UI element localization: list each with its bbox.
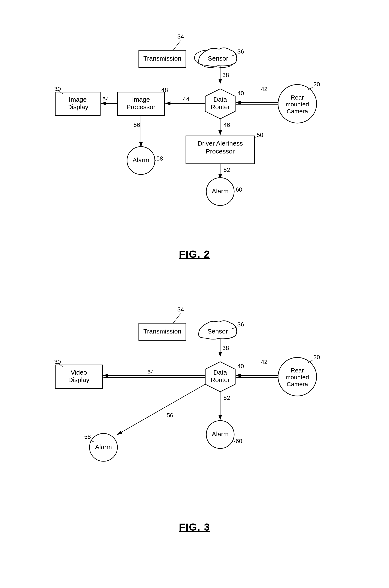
svg-line-24 <box>255 137 256 138</box>
page: 34 Transmission Se <box>0 0 389 588</box>
sensor-cloud-fig3: Sensor <box>199 321 236 339</box>
image-display-text2-fig2: Display <box>67 103 88 111</box>
fig2-label: FIG. 2 <box>179 248 210 260</box>
label-40-fig3: 40 <box>237 363 244 369</box>
rear-camera-text1-fig3: Rear <box>291 367 304 374</box>
label-34-fig2: 34 <box>177 33 184 40</box>
label-56-fig2: 56 <box>133 121 140 128</box>
label-58-fig2: 58 <box>156 155 163 162</box>
transmission-text-fig3: Transmission <box>143 328 181 335</box>
label-58-fig3: 58 <box>84 434 91 440</box>
label-36-fig3: 36 <box>237 321 244 328</box>
label-46-fig2: 46 <box>224 121 230 128</box>
label-48-fig2: 48 <box>161 87 168 93</box>
label-44-fig2: 44 <box>183 96 189 103</box>
label-36-fig2: 36 <box>237 48 244 55</box>
sensor-text-fig2: Sensor <box>208 55 228 62</box>
fig2-diagram: 34 Transmission Se <box>45 13 344 248</box>
image-display-text1-fig2: Image <box>69 96 87 103</box>
rear-camera-text2-fig2: mounted <box>286 101 309 108</box>
label-60-fig3: 60 <box>236 438 242 444</box>
fig3-diagram: 34 Transmission Sensor 36 38 Data Router… <box>45 286 344 521</box>
rear-camera-text2-fig3: mounted <box>286 374 309 381</box>
transmission-text-fig2: Transmission <box>143 55 181 62</box>
label-52-fig2: 52 <box>224 167 230 173</box>
label-42-fig2: 42 <box>261 86 267 92</box>
svg-line-26 <box>234 191 235 192</box>
svg-line-41 <box>117 384 205 435</box>
rear-camera-text3-fig3: Camera <box>287 381 308 387</box>
driver-alertness-text1-fig2: Driver Alertness <box>197 140 243 147</box>
alarm1-text-fig2: Alarm <box>132 156 149 164</box>
label-38-fig2: 38 <box>222 72 229 78</box>
label-40-fig2: 40 <box>237 90 244 96</box>
label-54-fig3: 54 <box>147 369 154 376</box>
data-router-text1-fig2: Data <box>213 96 227 103</box>
label-34-fig3: 34 <box>177 306 184 313</box>
image-processor-text1-fig2: Image <box>132 96 150 103</box>
label-30-fig2: 30 <box>54 86 61 92</box>
video-display-text1-fig3: Video <box>71 369 87 376</box>
driver-alertness-text2-fig2: Processor <box>206 148 234 155</box>
label-50-fig2: 50 <box>257 132 263 138</box>
label-20-fig2: 20 <box>313 81 320 88</box>
svg-line-40 <box>234 441 235 442</box>
label-60-fig2: 60 <box>236 186 242 193</box>
fig3-label: FIG. 3 <box>179 521 210 533</box>
label-30-fig3: 30 <box>54 358 61 365</box>
rear-camera-text1-fig2: Rear <box>291 94 304 101</box>
alarm1-text-fig3: Alarm <box>95 443 112 450</box>
sensor-text-fig3: Sensor <box>207 328 228 335</box>
image-processor-text2-fig2: Processor <box>126 103 155 111</box>
label-38-fig3: 38 <box>222 345 229 351</box>
data-router-text1-fig3: Data <box>213 369 227 376</box>
label-54-fig2: 54 <box>102 96 109 103</box>
label-42-fig3: 42 <box>261 358 267 365</box>
svg-line-2 <box>173 41 181 50</box>
rear-camera-text3-fig2: Camera <box>287 108 308 115</box>
svg-line-30 <box>173 314 181 323</box>
alarm2-text-fig2: Alarm <box>212 187 228 195</box>
label-52-fig3: 52 <box>224 394 230 401</box>
alarm2-text-fig3: Alarm <box>212 430 228 438</box>
label-56-fig3: 56 <box>167 412 173 419</box>
data-router-text2-fig2: Router <box>211 103 230 111</box>
svg-line-28 <box>155 160 156 161</box>
data-router-text2-fig3: Router <box>211 376 230 383</box>
sensor-cloud-fig2: Sensor <box>194 48 236 67</box>
label-20-fig3: 20 <box>313 354 320 360</box>
video-display-text2-fig3: Display <box>68 376 89 383</box>
